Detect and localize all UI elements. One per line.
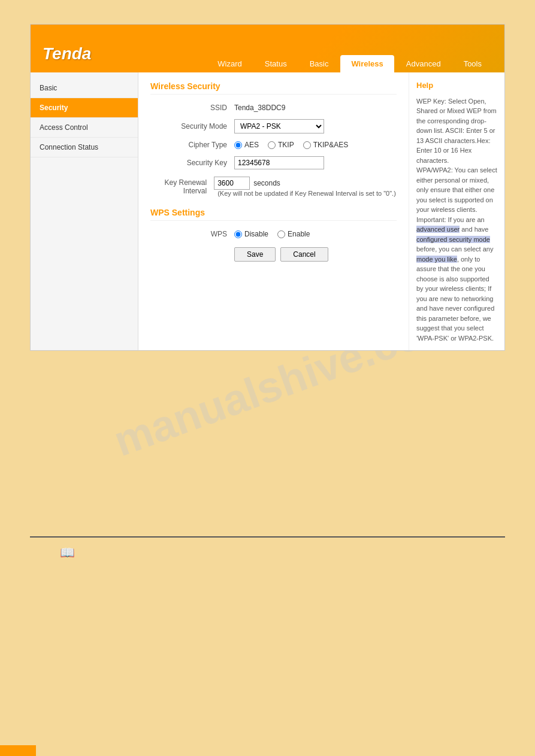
key-renewal-row: Key Renewal Interval seconds (Key will n…	[150, 177, 397, 197]
help-text: WEP Key: Select Open, Shared or Mixed WE…	[416, 96, 497, 344]
sidebar-item-security[interactable]: Security	[31, 98, 138, 118]
watermark-area: manualshive.co	[30, 351, 505, 530]
key-renewal-content: seconds (Key will not be updated if Key …	[214, 177, 397, 197]
cipher-tkip-text: TKIP	[278, 141, 294, 149]
wps-disable-text: Disable	[244, 230, 268, 238]
help-panel: Help WEP Key: Select Open, Shared or Mix…	[409, 72, 504, 350]
nav-tabs: Wizard Status Basic Wireless Advanced To…	[205, 55, 492, 72]
security-key-label: Security Key	[150, 159, 234, 167]
security-mode-label: Security Mode	[150, 122, 234, 130]
wireless-security-title: Wireless Security	[150, 81, 397, 95]
wps-row: WPS Disable Enable	[150, 230, 397, 238]
cipher-tkipaes-text: TKIP&AES	[313, 141, 349, 149]
security-mode-row: Security Mode WPA2 - PSK	[150, 119, 397, 133]
cipher-type-row: Cipher Type AES TKIP TKIP&AES	[150, 141, 397, 149]
nav-tab-basic[interactable]: Basic	[299, 55, 340, 72]
key-renewal-label: Key Renewal Interval	[150, 178, 214, 195]
sidebar-item-access-control[interactable]: Access Control	[31, 118, 138, 138]
button-row: Save Cancel	[234, 247, 397, 262]
sidebar-item-connection-status[interactable]: Connection Status	[31, 138, 138, 157]
cipher-aes-radio[interactable]	[234, 141, 242, 149]
help-highlight-mode: mode you like	[416, 256, 457, 263]
wps-label: WPS	[150, 230, 234, 238]
wps-radio-group: Disable Enable	[234, 230, 310, 238]
security-mode-select[interactable]: WPA2 - PSK	[234, 119, 324, 133]
bottom-bar	[0, 745, 36, 756]
cipher-tkip-radio[interactable]	[268, 141, 276, 149]
save-button[interactable]: Save	[234, 247, 276, 262]
cipher-aes-text: AES	[244, 141, 259, 149]
main-content: Wireless Security SSID Tenda_38DDC9 Secu…	[138, 72, 409, 350]
ssid-value: Tenda_38DDC9	[234, 104, 285, 112]
cancel-button[interactable]: Cancel	[280, 247, 328, 262]
key-renewal-input[interactable]	[214, 177, 250, 190]
wps-enable-label[interactable]: Enable	[277, 230, 310, 238]
watermark: manualshive.co	[107, 351, 428, 466]
wps-enable-text: Enable	[288, 230, 310, 238]
nav-tab-status[interactable]: Status	[254, 55, 298, 72]
header: Tenda Wizard Status Basic Wireless Advan…	[31, 25, 504, 72]
security-key-row: Security Key	[150, 156, 397, 169]
nav-tab-tools[interactable]: Tools	[453, 55, 492, 72]
help-highlight-configured: configured security mode	[416, 236, 490, 243]
nav-tab-wireless[interactable]: Wireless	[340, 55, 394, 72]
sidebar-item-basic[interactable]: Basic	[31, 78, 138, 98]
wps-disable-radio[interactable]	[234, 230, 242, 238]
router-ui: Tenda Wizard Status Basic Wireless Advan…	[30, 24, 505, 351]
cipher-type-label: Cipher Type	[150, 141, 234, 149]
cipher-tkipaes-label[interactable]: TKIP&AES	[303, 141, 349, 149]
key-renewal-unit: seconds	[253, 179, 280, 187]
book-icon-area: 📖	[30, 541, 505, 564]
nav-tab-wizard[interactable]: Wizard	[207, 55, 252, 72]
wps-section: WPS Settings WPS Disable Enable	[150, 208, 397, 238]
sidebar: Basic Security Access Control Connection…	[31, 72, 138, 350]
body-layout: Basic Security Access Control Connection…	[31, 72, 504, 350]
ssid-label: SSID	[150, 104, 234, 112]
cipher-tkipaes-radio[interactable]	[303, 141, 311, 149]
key-renewal-note: (Key will not be updated if Key Renewal …	[217, 190, 396, 197]
wps-section-title: WPS Settings	[150, 208, 397, 221]
wps-enable-radio[interactable]	[277, 230, 285, 238]
security-key-input[interactable]	[234, 156, 324, 169]
cipher-tkip-label[interactable]: TKIP	[268, 141, 294, 149]
book-icon: 📖	[60, 546, 75, 559]
logo: Tenda	[43, 44, 91, 72]
nav-tab-advanced[interactable]: Advanced	[395, 55, 452, 72]
ssid-row: SSID Tenda_38DDC9	[150, 104, 397, 112]
help-highlight-advanced-user: advanced user	[416, 226, 460, 233]
cipher-radio-group: AES TKIP TKIP&AES	[234, 141, 348, 149]
divider	[30, 536, 505, 538]
help-title: Help	[416, 80, 497, 92]
wps-disable-label[interactable]: Disable	[234, 230, 268, 238]
cipher-aes-label[interactable]: AES	[234, 141, 259, 149]
